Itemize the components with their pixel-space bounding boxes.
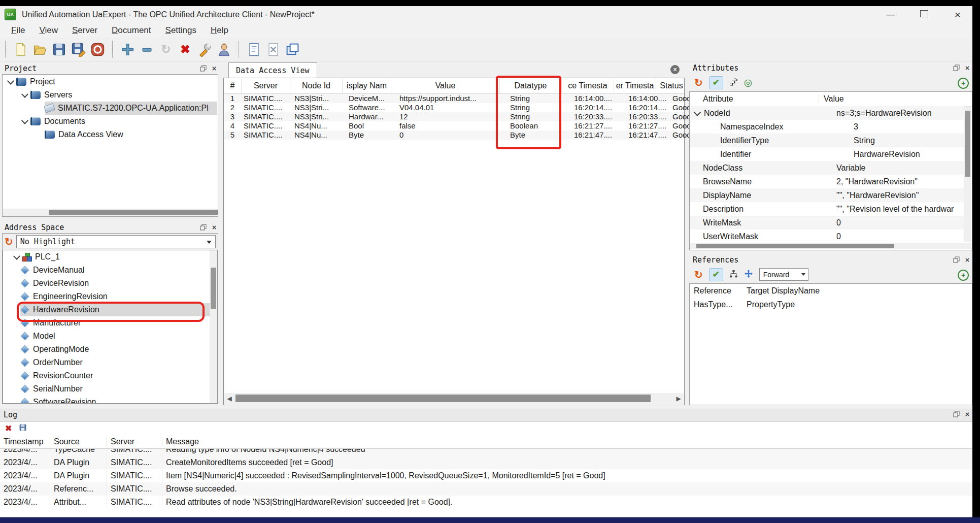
- highlight-select[interactable]: No Highlight: [16, 235, 216, 248]
- column-header[interactable]: Node Id: [290, 78, 343, 93]
- attributes-hscrollbar[interactable]: [690, 243, 971, 249]
- project-tree-item[interactable]: Data Access View: [3, 128, 217, 141]
- table-row[interactable]: 2 SIMATIC.... NS3|Stri... Software... V0…: [224, 103, 684, 112]
- column-header[interactable]: Server: [242, 78, 290, 93]
- log-row[interactable]: 2023/4/... DA Plugin SIMATIC.... Item [N…: [0, 469, 972, 482]
- float-panel-icon[interactable]: [953, 411, 960, 417]
- column-header[interactable]: Attribute: [690, 94, 819, 104]
- column-header[interactable]: Value: [391, 78, 500, 93]
- attribute-row[interactable]: NamespaceIndex 3: [690, 120, 964, 134]
- add-icon[interactable]: +: [958, 78, 969, 89]
- attribute-row[interactable]: Description "", "Revision level of the h…: [690, 202, 964, 216]
- chevron-down-icon[interactable]: [13, 253, 20, 260]
- remove-document-icon[interactable]: ✖: [177, 41, 194, 58]
- clear-log-icon[interactable]: ✖: [5, 424, 12, 433]
- attribute-row[interactable]: UserWriteMask 0: [690, 230, 964, 242]
- project-tree-item[interactable]: Servers: [3, 88, 217, 102]
- chevron-down-icon[interactable]: [21, 117, 28, 124]
- float-panel-icon[interactable]: [953, 256, 960, 263]
- attribute-row[interactable]: Identifier HardwareRevision: [690, 147, 964, 161]
- menu-item[interactable]: Document: [105, 24, 158, 37]
- change-user-icon[interactable]: [215, 41, 232, 58]
- close-panel-icon[interactable]: ×: [212, 224, 217, 231]
- refresh-icon[interactable]: ↻: [694, 270, 703, 280]
- float-panel-icon[interactable]: [200, 65, 207, 72]
- close-panel-icon[interactable]: ×: [212, 65, 217, 72]
- reference-row[interactable]: HasType... PropertyType: [690, 298, 972, 311]
- address-tree-item[interactable]: DeviceRevision: [3, 277, 217, 290]
- settings-wrench-icon[interactable]: [196, 41, 213, 58]
- scrollbar-thumb[interactable]: [235, 395, 651, 402]
- open-project-icon[interactable]: [31, 41, 48, 58]
- column-header[interactable]: Timestamp: [0, 437, 50, 446]
- address-vscrollbar[interactable]: [210, 250, 217, 403]
- save-project-icon[interactable]: [50, 41, 67, 58]
- scroll-left-icon[interactable]: ◀: [224, 393, 234, 404]
- project-hscrollbar[interactable]: [3, 209, 217, 216]
- attribute-row[interactable]: NodeClass Variable: [690, 161, 964, 175]
- column-header[interactable]: Reference: [690, 286, 742, 296]
- column-header[interactable]: Message: [162, 437, 972, 446]
- scrollbar-thumb[interactable]: [211, 268, 216, 309]
- float-panel-icon[interactable]: [200, 224, 207, 231]
- column-header[interactable]: Datatype: [500, 78, 562, 93]
- address-tree-item[interactable]: Manufacturer: [3, 316, 217, 330]
- table-row[interactable]: 5 SIMATIC.... NS4|Nu... Byte 0 Byte 16:2…: [224, 130, 684, 140]
- address-tree-item[interactable]: EngineeringRevision: [3, 290, 217, 303]
- chevron-down-icon[interactable]: [21, 91, 28, 98]
- menu-item[interactable]: Settings: [158, 24, 204, 37]
- column-header[interactable]: er Timesta: [614, 78, 656, 93]
- move-arrows-icon[interactable]: [744, 269, 753, 280]
- attribute-row[interactable]: DisplayName "", "HardwareRevision": [690, 188, 964, 202]
- add-icon[interactable]: +: [958, 270, 969, 281]
- log-row-clipped[interactable]: 2023/4/... TypeCache SIMATIC.... Reading…: [0, 449, 972, 456]
- menu-item[interactable]: File: [4, 24, 32, 37]
- refresh-icon[interactable]: ↻: [694, 78, 703, 88]
- attributes-vscrollbar[interactable]: [964, 107, 971, 242]
- address-tree-item[interactable]: Model: [3, 330, 217, 343]
- menu-item[interactable]: Server: [65, 24, 105, 37]
- dav-hscrollbar[interactable]: ◀ ▶: [224, 393, 684, 404]
- float-panel-icon[interactable]: [953, 64, 960, 71]
- address-tree-item[interactable]: SerialNumber: [3, 382, 217, 396]
- maximize-button[interactable]: [919, 10, 930, 20]
- address-tree-item[interactable]: SoftwareRevision: [3, 396, 217, 404]
- project-tree-item[interactable]: Documents: [3, 115, 217, 128]
- close-panel-icon[interactable]: ×: [965, 64, 970, 71]
- project-tree-item[interactable]: SIMATIC.S7-1200.OPC-UA.Application:Pl: [3, 102, 217, 115]
- table-row[interactable]: 1 SIMATIC.... NS3|Stri... DeviceM... htt…: [224, 94, 684, 103]
- sitemap-icon[interactable]: [729, 270, 738, 280]
- column-header[interactable]: Status: [656, 78, 687, 93]
- refresh-icon[interactable]: ↻: [5, 237, 13, 247]
- attribute-row[interactable]: WriteMask 0: [690, 216, 964, 230]
- close-panel-icon[interactable]: ×: [965, 411, 970, 417]
- tab-data-access-view[interactable]: Data Access View: [228, 62, 317, 78]
- target-icon[interactable]: ◎: [744, 78, 753, 87]
- log-row[interactable]: 2023/4/... DA Plugin SIMATIC.... CreateM…: [0, 456, 972, 469]
- column-header[interactable]: Value: [819, 94, 844, 104]
- menu-item[interactable]: View: [32, 24, 65, 37]
- table-row[interactable]: 3 SIMATIC.... NS3|Stri... Hardwar... 12 …: [224, 112, 684, 121]
- column-header[interactable]: Source: [50, 437, 107, 446]
- chevron-down-icon[interactable]: [694, 109, 701, 116]
- column-header[interactable]: #: [224, 78, 242, 93]
- reconnect-server-icon[interactable]: ↻: [157, 41, 175, 58]
- project-tree-item[interactable]: Project: [3, 75, 217, 88]
- log-row[interactable]: 2023/4/... Referenc... SIMATIC.... Brows…: [0, 482, 972, 496]
- auto-update-check-icon[interactable]: ✔: [709, 268, 723, 281]
- scrollbar-thumb[interactable]: [49, 210, 218, 215]
- address-tree-item[interactable]: DeviceManual: [3, 264, 217, 277]
- attribute-row[interactable]: BrowseName 2, "HardwareRevision": [690, 175, 964, 188]
- column-header[interactable]: ce Timesta: [562, 78, 614, 93]
- add-document-icon[interactable]: [245, 41, 262, 58]
- address-tree-item[interactable]: RevisionCounter: [3, 369, 217, 382]
- quit-icon[interactable]: [89, 41, 106, 58]
- close-panel-icon[interactable]: ×: [965, 256, 970, 263]
- scrollbar-thumb[interactable]: [696, 244, 894, 248]
- add-server-icon[interactable]: [119, 41, 136, 58]
- column-header[interactable]: isplay Nam: [343, 78, 391, 93]
- direction-select[interactable]: Forward: [759, 268, 808, 281]
- address-root-item[interactable]: PLC_1: [3, 250, 217, 264]
- remove-server-icon[interactable]: [138, 41, 155, 58]
- address-tree-item[interactable]: OperatingMode: [3, 343, 217, 356]
